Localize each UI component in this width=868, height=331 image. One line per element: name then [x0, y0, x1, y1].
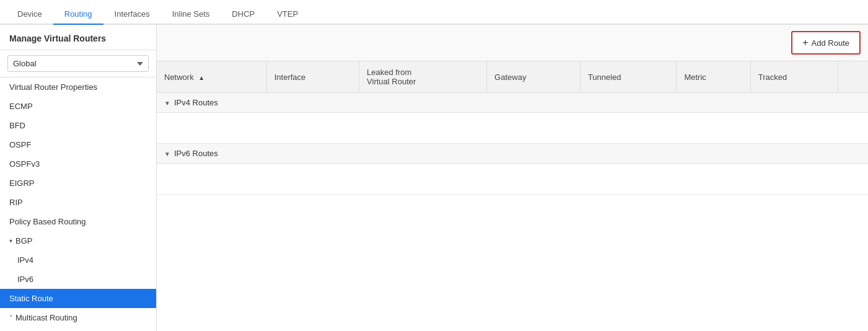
group-label-ipv6-routes: IPv6 Routes [174, 149, 218, 158]
sidebar-item-multicast-routing[interactable]: ˅Multicast Routing [0, 308, 156, 327]
empty-cell-ipv4-routes [157, 113, 868, 144]
table-body: ▼IPv4 Routes▼IPv6 Routes [157, 93, 868, 195]
sidebar-label-ecmp: ECMP [9, 102, 33, 111]
group-header-ipv4-routes[interactable]: ▼IPv4 Routes [157, 93, 868, 113]
tab-interfaces[interactable]: Interfaces [103, 4, 161, 25]
group-header-cell-ipv4-routes: ▼IPv4 Routes [157, 93, 868, 113]
col-network[interactable]: Network ▲ [157, 61, 266, 93]
col-tracked[interactable]: Tracked [750, 61, 838, 93]
sidebar-label-policy-based-routing: Policy Based Routing [9, 217, 86, 226]
sidebar-label-ipv6: IPv6 [17, 275, 33, 284]
sidebar-item-ipv6[interactable]: IPv6 [0, 270, 156, 289]
sidebar-item-virtual-router-properties[interactable]: Virtual Router Properties [0, 77, 156, 97]
sidebar-item-bgp[interactable]: ▾BGP [0, 231, 156, 250]
sort-arrow-network: ▲ [198, 74, 204, 81]
add-route-button[interactable]: + Add Route [791, 31, 861, 55]
content-area: + Add Route Network ▲ Interface Leaked f… [157, 25, 868, 331]
group-header-ipv6-routes[interactable]: ▼IPv6 Routes [157, 144, 868, 164]
sidebar: Manage Virtual Routers Global Virtual Ro… [0, 25, 157, 331]
route-table: Network ▲ Interface Leaked fromVirtual R… [157, 61, 868, 195]
table-header-row: Network ▲ Interface Leaked fromVirtual R… [157, 61, 868, 93]
sidebar-label-rip: RIP [9, 198, 23, 207]
col-actions [838, 61, 868, 93]
sidebar-label-bgp: BGP [15, 236, 32, 245]
tab-inline-sets[interactable]: Inline Sets [161, 4, 221, 25]
sidebar-item-ospfv3[interactable]: OSPFv3 [0, 154, 156, 174]
group-header-cell-ipv6-routes: ▼IPv6 Routes [157, 144, 868, 164]
sidebar-title: Manage Virtual Routers [0, 25, 156, 50]
empty-row-ipv4-routes [157, 113, 868, 144]
chevron-multicast-routing: ˅ [9, 314, 12, 321]
tab-vtep[interactable]: VTEP [266, 4, 309, 25]
empty-cell-ipv6-routes [157, 164, 868, 195]
sidebar-items-container: Virtual Router PropertiesECMPBFDOSPFOSPF… [0, 77, 156, 327]
tab-device[interactable]: Device [6, 4, 53, 25]
col-tunneled[interactable]: Tunneled [580, 61, 677, 93]
sidebar-item-ipv4[interactable]: IPv4 [0, 250, 156, 270]
sidebar-item-eigrp[interactable]: EIGRP [0, 174, 156, 193]
col-interface[interactable]: Interface [266, 61, 359, 93]
group-chevron-ipv4-routes: ▼ [164, 100, 170, 107]
top-nav: DeviceRoutingInterfacesInline SetsDHCPVT… [0, 0, 868, 25]
sidebar-item-ospf[interactable]: OSPF [0, 135, 156, 154]
route-table-wrap: Network ▲ Interface Leaked fromVirtual R… [157, 61, 868, 331]
tab-dhcp[interactable]: DHCP [221, 4, 266, 25]
plus-icon: + [802, 37, 808, 48]
main-layout: Manage Virtual Routers Global Virtual Ro… [0, 25, 868, 331]
sidebar-item-static-route[interactable]: Static Route [0, 289, 156, 308]
sidebar-label-multicast-routing: Multicast Routing [15, 313, 77, 322]
add-route-label: Add Route [812, 38, 849, 48]
col-metric[interactable]: Metric [677, 61, 750, 93]
sidebar-label-virtual-router-properties: Virtual Router Properties [9, 82, 97, 92]
sidebar-label-bfd: BFD [9, 121, 25, 130]
sidebar-item-bfd[interactable]: BFD [0, 116, 156, 135]
virtual-router-dropdown[interactable]: Global [7, 55, 149, 72]
tab-routing[interactable]: Routing [53, 4, 103, 25]
sidebar-item-rip[interactable]: RIP [0, 193, 156, 212]
sidebar-label-ipv4: IPv4 [17, 255, 33, 265]
col-leaked-from[interactable]: Leaked fromVirtual Router [359, 61, 487, 93]
empty-row-ipv6-routes [157, 164, 868, 195]
group-label-ipv4-routes: IPv4 Routes [174, 98, 218, 107]
sidebar-label-static-route: Static Route [9, 294, 53, 303]
group-chevron-ipv6-routes: ▼ [164, 151, 170, 157]
sidebar-label-ospfv3: OSPFv3 [9, 159, 40, 169]
table-header: Network ▲ Interface Leaked fromVirtual R… [157, 61, 868, 93]
sidebar-item-ecmp[interactable]: ECMP [0, 97, 156, 116]
content-toolbar: + Add Route [157, 25, 868, 61]
col-gateway[interactable]: Gateway [487, 61, 581, 93]
chevron-bgp: ▾ [9, 237, 12, 244]
sidebar-label-eigrp: EIGRP [9, 179, 34, 188]
sidebar-label-ospf: OSPF [9, 140, 31, 149]
sidebar-dropdown-wrap: Global [0, 50, 156, 77]
sidebar-item-policy-based-routing[interactable]: Policy Based Routing [0, 212, 156, 231]
